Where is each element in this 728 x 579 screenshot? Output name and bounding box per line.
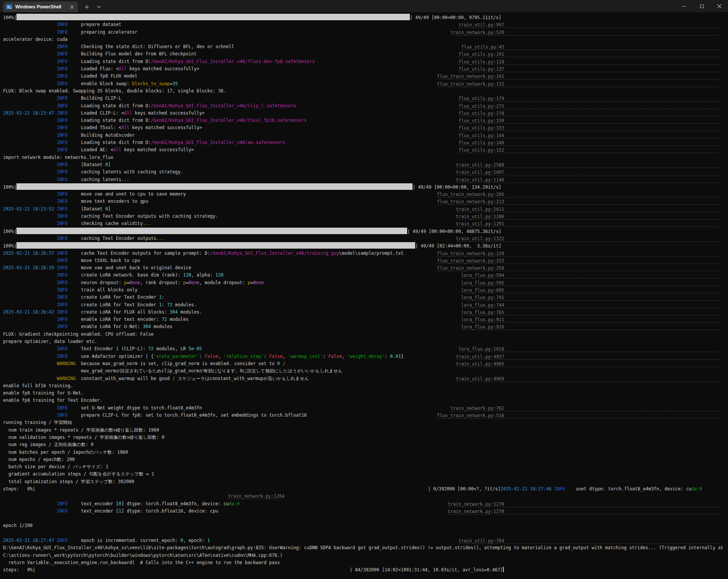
log-text: modules [167, 317, 188, 322]
source-file-link[interactable]: train_util.py:4965 [456, 361, 720, 367]
log-text: ] [108, 162, 110, 167]
log-level: INFO [57, 73, 68, 79]
log-text [3, 280, 57, 285]
source-file-link[interactable]: flux_train_network.py:213 [437, 198, 720, 205]
source-file-link[interactable]: lora_flux.py:605 [461, 287, 720, 293]
log-text [3, 346, 57, 351]
source-file-link[interactable]: train_util.py:1280 [456, 213, 720, 220]
log-text: Checking the state dict: Diffusers or BF… [68, 44, 234, 49]
tab-close-icon[interactable] [69, 4, 75, 10]
log-text: FLUX: Gradient checkpointing enabled. CP… [3, 332, 154, 337]
source-file-link[interactable]: lora_flux.py:741 [461, 294, 720, 301]
source-file-link[interactable]: lora_flux.py:744 [461, 302, 720, 308]
source-file-link[interactable]: flux_utils.py:179 [458, 95, 720, 102]
source-file-link[interactable]: flux_utils.py:275 [458, 103, 720, 109]
source-file-link[interactable]: lora_flux.py:765 [461, 309, 720, 315]
dotted-leader [504, 501, 720, 507]
progress-stats: | 49/49 [02:44<00:00, 3.36s/it] [415, 243, 501, 249]
terminal-output[interactable]: 100%|| 49/49 [00:00<00:00, 9795.11it/s] … [0, 12, 728, 579]
log-text [3, 125, 57, 130]
dotted-leader [504, 405, 720, 411]
source-file-link[interactable]: lora_flux.py:595 [461, 280, 720, 286]
source-file-link[interactable]: flux_train_network.py:258 [437, 265, 720, 271]
source-file-link[interactable]: flux_train_network.py:101 [437, 73, 720, 79]
source-file-link[interactable]: flux_utils.py:152 [458, 147, 720, 153]
log-level: INFO [57, 59, 68, 64]
log-level: INFO [57, 44, 68, 49]
dotted-leader [504, 73, 720, 79]
source-file-link[interactable]: flux_train_network.py:115 [437, 81, 720, 87]
minimize-button[interactable] [675, 0, 693, 12]
close-button[interactable] [710, 0, 728, 12]
log-timestamp: 2025-02-21 18:27:46 [500, 486, 552, 492]
terminal-line: INFO preparing acceleratortrain_network.… [3, 29, 728, 36]
log-text: keys matched successfully> [132, 110, 205, 116]
source-file-link[interactable]: train_util.py:2589 [456, 162, 720, 168]
source-file-link[interactable]: train_util.py:2611 [456, 206, 720, 212]
file-path: /GenAI/Kohya_GUI_Flux_Installer_v46/trai… [210, 251, 339, 256]
source-file-link[interactable]: train_util.py:1322 [456, 235, 720, 242]
log-timestamp: 2025-02-21 18:26:37 [3, 251, 54, 256]
new-tab-button[interactable] [81, 2, 92, 12]
false-value: False [269, 354, 283, 359]
log-text: Loading state dict from D: [68, 59, 151, 64]
log-level: INFO [57, 206, 68, 212]
source-file-link[interactable]: flux_train_network.py:516 [437, 412, 720, 419]
source-file-name: flux_train_network.py:101 [437, 73, 504, 79]
terminal-line: INFO caching Text Encoder outputs...trai… [3, 235, 728, 242]
source-file-link[interactable]: train_util.py:4937 [456, 353, 720, 360]
source-file-link[interactable]: train_util.py:1146 [456, 176, 720, 183]
source-file-link[interactable]: flux_utils.py:333 [458, 125, 720, 131]
dotted-leader [504, 66, 720, 72]
source-file-link[interactable]: train_util.py:997 [458, 21, 720, 28]
source-file-link[interactable]: flux_train_network.py:205 [437, 191, 720, 197]
terminal-line: INFO Loading state dict from D:/GenAI/Ko… [3, 117, 728, 124]
log-text: enable fp8 training for Text Encoder. [3, 398, 102, 403]
source-file-link[interactable]: flux_utils.py:149 [458, 139, 720, 146]
source-file-link[interactable]: train_network.py:1270 [448, 508, 720, 514]
terminal-line: FLUX: Block swap enabled. Swapping 35 bl… [3, 87, 728, 95]
source-file-link[interactable]: lora_flux.py:1018 [458, 346, 720, 352]
source-file-link[interactable]: train_network.py:1264 [228, 493, 285, 499]
source-file-link[interactable]: train_util.py:1291 [456, 220, 720, 227]
source-file-link[interactable]: flux_utils.py:330 [458, 117, 720, 124]
log-level: INFO [57, 236, 68, 241]
chevron-down-icon [97, 6, 101, 8]
log-text: move vae and unet back to original devic… [68, 265, 191, 270]
source-file-link[interactable]: train_network.py:1270 [448, 501, 720, 507]
log-text: ... [121, 177, 129, 182]
maximize-button[interactable] [693, 0, 710, 12]
log-text [54, 251, 57, 256]
log-text: : [162, 302, 167, 307]
source-file-link[interactable]: train_network.py:520 [450, 29, 720, 36]
log-timestamp: 2025-02-21 18:27:47 [3, 538, 54, 543]
source-file-link[interactable]: lora_flux.py:911 [461, 316, 720, 323]
source-file-link[interactable]: flux_train_network.py:253 [437, 257, 720, 264]
log-text: ] dtype: torch.float8_e4m3fn, device: cu [121, 501, 229, 506]
source-file-link[interactable]: flux_utils.py:43 [461, 44, 720, 50]
source-file-link[interactable]: flux_utils.py:144 [458, 132, 720, 139]
source-file-link[interactable]: train_network.py:762 [450, 405, 720, 411]
log-text [3, 412, 57, 418]
log-text: use Adafactor optimizer | { [68, 354, 154, 359]
log-text: modules [151, 324, 172, 329]
terminal-line: INFO caching latents with caching strate… [3, 168, 728, 176]
source-file-link[interactable]: flux_utils.py:118 [458, 58, 720, 65]
dotted-leader [504, 95, 720, 101]
source-file-name: train_util.py:1280 [456, 213, 504, 219]
dotted-leader [504, 139, 720, 146]
source-file-link[interactable]: flux_utils.py:101 [458, 51, 720, 57]
source-file-name: lora_flux.py:916 [461, 323, 504, 330]
source-file-link[interactable]: lora_flux.py:916 [461, 323, 720, 330]
log-text [3, 191, 57, 197]
source-file-link[interactable]: flux_train_network.py:229 [437, 250, 720, 257]
source-file-name: flux_utils.py:278 [458, 110, 504, 116]
source-file-link[interactable]: train_util.py:1097 [456, 169, 720, 175]
source-file-link[interactable]: train_util.py:764 [458, 537, 720, 544]
tab-dropdown-button[interactable] [94, 2, 104, 12]
source-file-link[interactable]: train_util.py:4969 [456, 375, 720, 382]
source-file-link[interactable]: flux_utils.py:278 [458, 110, 720, 116]
tab-windows-powershell[interactable]: Windows PowerShell [3, 2, 78, 12]
source-file-link[interactable]: flux_utils.py:137 [458, 66, 720, 72]
source-file-link[interactable]: lora_flux.py:594 [461, 272, 720, 278]
